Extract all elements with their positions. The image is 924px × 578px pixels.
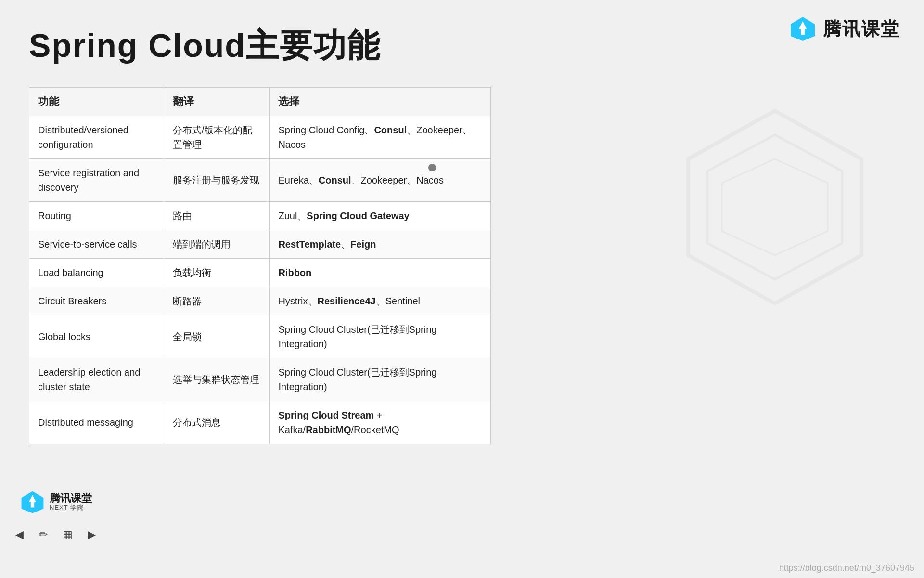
nav-pencil-button[interactable]: ✏ [34,525,53,544]
choice-bold-text: Spring Cloud Stream [278,410,374,420]
choice-bold-text: RabbitMQ [306,424,351,435]
svg-rect-8 [31,502,34,508]
cell-translation: 路由 [164,202,270,230]
cell-choice: Spring Cloud Config、Consul、Zookeeper、Nac… [270,116,491,159]
table-body: Distributed/versioned configuration分布式/版… [29,116,491,444]
choice-bold-text: Feign [350,239,376,250]
nav-grid-button[interactable]: ▦ [58,525,77,544]
logo-bottom-sub-text: NEXT 学院 [50,504,92,511]
choice-bold-text: Consul [319,175,351,185]
logo-bottom: 腾讯课堂 NEXT 学院 [19,489,92,515]
page-title: Spring Cloud主要功能 [29,24,895,68]
cell-feature: Service-to-service calls [29,230,164,259]
cell-translation: 选举与集群状态管理 [164,358,270,401]
cell-choice: Spring Cloud Cluster(已迁移到Spring Integrat… [270,315,491,358]
cell-translation: 断路器 [164,287,270,315]
logo-top-right: 腾讯课堂 [788,14,900,43]
col-header-choice: 选择 [270,88,491,116]
tencent-logo-icon-bottom [19,489,46,515]
cell-choice: Spring Cloud Stream + Kafka/RabbitMQ/Roc… [270,401,491,444]
cell-feature: Global locks [29,315,164,358]
logo-bottom-text: 腾讯课堂 NEXT 学院 [50,493,92,511]
col-header-translation: 翻译 [164,88,270,116]
choice-bold-text: Ribbon [278,267,311,278]
choice-bold-text: Spring Cloud Gateway [307,210,409,221]
cell-feature: Circuit Breakers [29,287,164,315]
content-area: Spring Cloud主要功能 功能 翻译 选择 Distributed/ve… [0,0,924,463]
choice-bold-text: Resilience4J [318,296,376,306]
cell-feature: Leadership election and cluster state [29,358,164,401]
url-bar: https://blog.csdn.net/m0_37607945 [779,563,914,573]
table-row: Distributed/versioned configuration分布式/版… [29,116,491,159]
cell-choice: RestTemplate、Feign [270,230,491,259]
table-row: Routing路由Zuul、Spring Cloud Gateway [29,202,491,230]
nav-prev-button[interactable]: ◀ [10,525,29,544]
cell-translation: 分布式消息 [164,401,270,444]
col-header-feature: 功能 [29,88,164,116]
table-header-row: 功能 翻译 选择 [29,88,491,116]
choice-bold-text: Consul [374,125,407,135]
choice-bold-text: RestTemplate [278,239,341,250]
cell-feature: Routing [29,202,164,230]
table-row: Load balancing负载均衡Ribbon [29,259,491,287]
cell-choice: Ribbon [270,259,491,287]
table-row: Leadership election and cluster state选举与… [29,358,491,401]
cell-translation: 分布式/版本化的配置管理 [164,116,270,159]
cell-choice: Zuul、Spring Cloud Gateway [270,202,491,230]
table-row: Global locks全局锁Spring Cloud Cluster(已迁移到… [29,315,491,358]
tencent-logo-icon-top [788,14,817,43]
cell-translation: 服务注册与服务发现 [164,159,270,202]
features-table: 功能 翻译 选择 Distributed/versioned configura… [29,87,491,444]
logo-bottom-main-text: 腾讯课堂 [50,493,92,504]
table-row: Service-to-service calls端到端的调用RestTempla… [29,230,491,259]
table-row: Service registration and discovery服务注册与服… [29,159,491,202]
cell-translation: 负载均衡 [164,259,270,287]
cell-feature: Load balancing [29,259,164,287]
main-container: 腾讯课堂 Spring Cloud主要功能 功能 翻译 选择 Distribut… [0,0,924,578]
cell-feature: Distributed/versioned configuration [29,116,164,159]
table-row: Circuit Breakers断路器Hystrix、Resilience4J、… [29,287,491,315]
cell-choice: Hystrix、Resilience4J、Sentinel [270,287,491,315]
cell-choice: Eureka、Consul、Zookeeper、Nacos [270,159,491,202]
cell-translation: 全局锁 [164,315,270,358]
nav-bar: ◀ ✏ ▦ ▶ [10,525,101,544]
cell-translation: 端到端的调用 [164,230,270,259]
svg-rect-5 [801,29,805,35]
logo-text-top: 腾讯课堂 [823,17,900,41]
nav-next-button[interactable]: ▶ [82,525,101,544]
cell-feature: Service registration and discovery [29,159,164,202]
cell-choice: Spring Cloud Cluster(已迁移到Spring Integrat… [270,358,491,401]
table-row: Distributed messaging分布式消息Spring Cloud S… [29,401,491,444]
cell-feature: Distributed messaging [29,401,164,444]
